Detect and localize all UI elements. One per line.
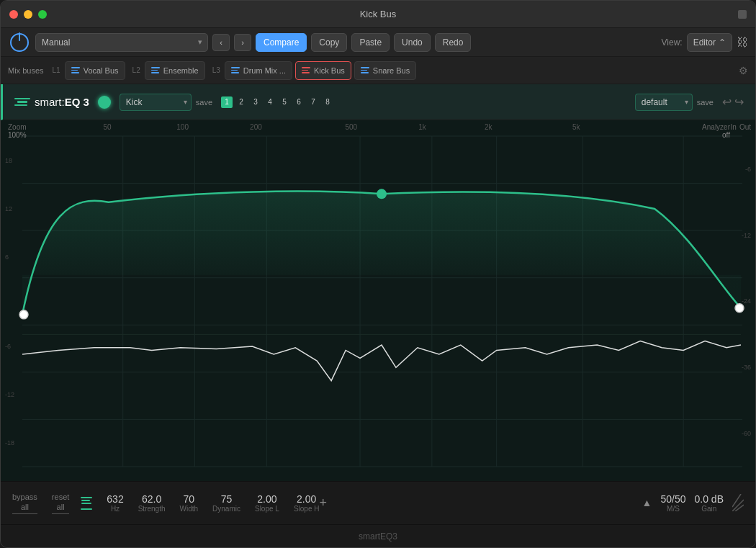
width-param: 70 Width (180, 493, 199, 513)
plugin-header: smart:EQ 3 Kick ▾ save 1 2 3 4 5 6 7 8 (1, 84, 755, 120)
reset-label: reset (52, 492, 69, 502)
redo-button[interactable]: Redo (435, 33, 472, 52)
bus-icon (71, 67, 80, 73)
add-band-button[interactable]: + (319, 495, 327, 511)
plugin-save-button[interactable]: save (196, 98, 212, 107)
eq-params: 632 Hz 62.0 Strength 70 Width 75 Dynamic… (107, 493, 319, 513)
band-4[interactable]: 4 (264, 96, 276, 108)
slope-h-label: Slope H (294, 505, 320, 513)
triangle-button[interactable]: ▲ (642, 497, 652, 508)
strength-label: Strength (138, 505, 166, 513)
bus-tab-vocal[interactable]: Vocal Bus (65, 61, 125, 80)
bus-tab-snare[interactable]: Snare Bus (354, 61, 416, 80)
band-7[interactable]: 7 (307, 96, 319, 108)
bus-icon-snare (361, 67, 369, 73)
db-n18: -18 (5, 439, 14, 446)
preset-area: Kick ▾ save (120, 94, 212, 111)
bottom-controls: bypass all reset all 632 Hz 62.0 Strengt… (1, 481, 755, 524)
bypass-label: bypass (12, 492, 37, 502)
view-dropdown[interactable]: Editor ⌃ (687, 33, 732, 52)
in-label: In (731, 123, 737, 131)
svg-line-1 (735, 505, 744, 511)
plugin-logo: smart:EQ 3 (14, 96, 89, 108)
ms-dropdown[interactable]: default (635, 94, 693, 111)
db-6: 6 (5, 253, 14, 261)
bus-tab-kick[interactable]: Kick Bus (295, 61, 351, 80)
slope-h-param: 2.00 Slope H (294, 493, 320, 513)
view-label: View: (662, 37, 683, 48)
freq-1k: 1k (418, 123, 426, 131)
band-numbers: 1 2 3 4 5 6 7 8 (221, 96, 333, 108)
strength-param: 62.0 Strength (138, 493, 166, 513)
power-icon (10, 33, 29, 52)
gain-value: 0.0 dB (695, 493, 724, 506)
ms-save-button[interactable]: save (697, 98, 714, 107)
bus-id-l3: L3 (212, 66, 220, 74)
compare-button[interactable]: Compare (256, 33, 307, 52)
ms-value: 50/50 (660, 493, 685, 506)
strength-value: 62.0 (142, 493, 161, 506)
toolbar: Manual ‹ › Compare Copy Paste Undo Redo … (1, 28, 755, 57)
ms-label: M/S (667, 505, 680, 513)
maximize-button[interactable] (38, 10, 47, 19)
undo-button[interactable]: Undo (394, 33, 431, 52)
right-controls: ▲ 50/50 M/S 0.0 dB Gain (642, 493, 744, 513)
band-5[interactable]: 5 (279, 96, 290, 108)
analyzer-value: off (722, 131, 730, 139)
eq-canvas[interactable] (1, 120, 755, 481)
preset-dropdown[interactable]: Manual (35, 33, 208, 52)
gain-group: 0.0 dB Gain (695, 493, 724, 513)
plugin-redo-button[interactable]: ↪ (734, 95, 744, 109)
db-12: 12 (5, 205, 14, 212)
minimize-button[interactable] (24, 10, 32, 19)
band-1[interactable]: 1 (221, 96, 233, 108)
band-6[interactable]: 6 (293, 96, 305, 108)
db-18: 18 (5, 157, 14, 164)
reset-sub: all (57, 502, 65, 512)
mix-buses-label: Mix buses (8, 66, 44, 75)
bus-icon-drum (231, 67, 240, 73)
out-label: Out (739, 123, 751, 131)
settings-icon[interactable]: ⚙ (739, 65, 748, 76)
editor-label: Editor (693, 37, 716, 48)
slope-l-param: 2.00 Slope L (255, 493, 279, 513)
bus-tab-ensemble[interactable]: Ensemble (145, 61, 205, 80)
bus-id-l1: L1 (53, 66, 60, 74)
band-3[interactable]: 3 (250, 96, 261, 108)
copy-button[interactable]: Copy (311, 33, 347, 52)
footer: smartEQ3 (1, 524, 755, 547)
view-section: View: Editor ⌃ ⛓ (662, 33, 749, 52)
slope-h-value: 2.00 (297, 493, 316, 506)
power-button[interactable] (8, 31, 31, 54)
dynamic-label: Dynamic (212, 505, 240, 513)
nav-forward-button[interactable]: › (234, 34, 251, 51)
svg-line-2 (732, 494, 741, 507)
gain-label: Gain (701, 505, 716, 513)
band-8[interactable]: 8 (322, 96, 333, 108)
bus-tab-drum[interactable]: Drum Mix ... (225, 61, 292, 80)
close-button[interactable] (9, 10, 18, 19)
nav-back-button[interactable]: ‹ (212, 34, 230, 51)
bus-name-kick: Kick Bus (314, 66, 345, 75)
freq-unit: Hz (111, 505, 120, 513)
db-n6: -6 (5, 343, 14, 350)
db-r-12: -12 (742, 232, 751, 239)
diagonal-lines-icon (732, 494, 744, 511)
freq-200: 200 (250, 123, 262, 131)
ms-area: default ▾ save (635, 94, 714, 111)
db-r-36: -36 (742, 364, 751, 371)
plugin-preset-dropdown[interactable]: Kick (120, 94, 192, 111)
plugin-power-dot[interactable] (98, 96, 111, 109)
paste-button[interactable]: Paste (351, 33, 390, 52)
band-eq-icon (81, 497, 92, 510)
mix-buses-bar: Mix buses L1 Vocal Bus L2 Ensemble L3 Dr… (1, 57, 755, 84)
plugin-logo-icon (14, 98, 30, 107)
window-control-right[interactable] (738, 10, 747, 19)
db-labels-left: 18 12 6 -6 -12 -18 (5, 136, 14, 467)
db-n12: -12 (5, 391, 14, 398)
traffic-lights (9, 10, 47, 19)
plugin-undo-button[interactable]: ↩ (722, 95, 732, 109)
preset-select-wrap: Manual (35, 33, 208, 52)
link-icon[interactable]: ⛓ (737, 36, 748, 49)
band-2[interactable]: 2 (235, 96, 247, 108)
